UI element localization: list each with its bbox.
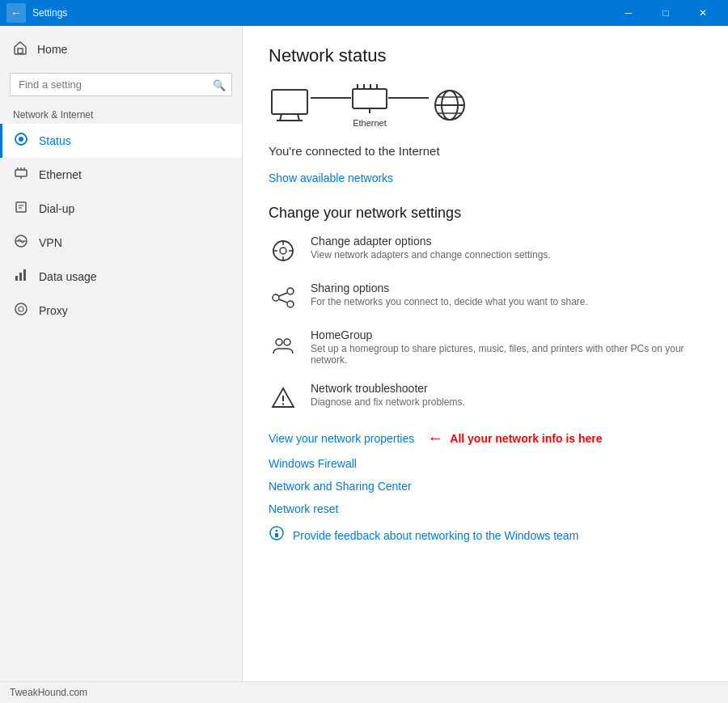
- network-reset-link[interactable]: Network reset: [269, 502, 702, 515]
- sidebar-item-dialup[interactable]: Dial-up: [0, 192, 242, 226]
- home-nav-item[interactable]: Home: [0, 32, 242, 66]
- search-box: 🔍: [10, 73, 232, 96]
- svg-point-48: [282, 403, 284, 404]
- search-icon: 🔍: [213, 78, 226, 91]
- homegroup-icon: [269, 330, 298, 359]
- svg-point-40: [287, 288, 294, 294]
- vpn-icon: [13, 234, 29, 252]
- app-title: Settings: [32, 7, 610, 19]
- home-icon: [13, 40, 28, 58]
- computer-icon: [269, 88, 311, 122]
- footer: TweakHound.com: [0, 681, 728, 703]
- sidebar: Home 🔍 Network & Internet Status Etherne…: [0, 26, 243, 681]
- svg-rect-8: [16, 202, 26, 212]
- svg-line-42: [279, 293, 287, 296]
- links-section: Windows FirewallNetwork and Sharing Cent…: [269, 457, 702, 515]
- ethernet-label: Ethernet: [353, 118, 387, 128]
- network-diagram: Ethernet: [269, 83, 702, 128]
- sidebar-item-status[interactable]: Status: [0, 124, 242, 158]
- sharing-center-link[interactable]: Network and Sharing Center: [269, 480, 702, 493]
- sharing-icon: [269, 283, 298, 312]
- svg-rect-14: [19, 273, 22, 281]
- nav-label-data-usage: Data usage: [39, 270, 97, 283]
- show-networks-link[interactable]: Show available networks: [269, 172, 393, 184]
- search-input[interactable]: [10, 73, 232, 96]
- svg-line-43: [279, 299, 287, 303]
- maximize-button[interactable]: □: [647, 0, 684, 26]
- windows-firewall-link[interactable]: Windows Firewall: [269, 457, 702, 470]
- nav-label-status: Status: [39, 134, 71, 147]
- dialup-icon: [13, 200, 29, 218]
- annotation: ← All your network info is here: [427, 429, 602, 447]
- globe-icon: [429, 88, 471, 122]
- page-title: Network status: [269, 45, 702, 66]
- annotation-text: All your network info is here: [450, 432, 602, 445]
- sidebar-item-proxy[interactable]: Proxy: [0, 294, 242, 328]
- svg-point-2: [19, 137, 23, 142]
- sharing-desc: For the networks you connect to, decide …: [311, 296, 588, 307]
- svg-rect-3: [15, 170, 27, 176]
- svg-line-19: [280, 114, 281, 121]
- settings-items: Change adapter options View network adap…: [269, 235, 702, 413]
- sharing-title: Sharing options: [311, 282, 588, 294]
- change-settings-title: Change your network settings: [269, 205, 702, 222]
- nav-label-vpn: VPN: [39, 236, 62, 249]
- svg-point-34: [280, 248, 286, 254]
- svg-point-50: [276, 530, 278, 532]
- app-body: Home 🔍 Network & Internet Status Etherne…: [0, 26, 728, 681]
- svg-point-17: [19, 307, 23, 311]
- data-usage-icon: [13, 268, 29, 286]
- sidebar-item-vpn[interactable]: VPN: [0, 226, 242, 260]
- troubleshooter-desc: Diagnose and fix network problems.: [311, 396, 465, 408]
- ethernet-icon-diag: Ethernet: [351, 83, 388, 128]
- diag-line-2: [388, 97, 429, 99]
- feedback-link[interactable]: Provide feedback about networking to the…: [293, 529, 578, 542]
- troubleshooter-icon: [269, 383, 298, 413]
- minimize-button[interactable]: ─: [610, 0, 647, 26]
- close-button[interactable]: ✕: [684, 0, 722, 26]
- svg-point-39: [273, 294, 279, 301]
- adapter-desc: View network adapters and change connect…: [311, 249, 551, 260]
- feedback-item: Provide feedback about networking to the…: [269, 525, 702, 545]
- svg-point-16: [15, 303, 27, 315]
- footer-text: TweakHound.com: [10, 687, 87, 698]
- nav-label-proxy: Proxy: [39, 304, 68, 317]
- main-panel: Network status: [243, 26, 728, 681]
- svg-rect-22: [353, 89, 387, 108]
- nav-label-ethernet: Ethernet: [39, 168, 82, 181]
- svg-rect-13: [15, 276, 18, 281]
- homegroup-desc: Set up a homegroup to share pictures, mu…: [311, 343, 702, 366]
- svg-rect-18: [272, 90, 307, 114]
- section-title: Network & Internet: [0, 103, 242, 124]
- back-button[interactable]: ←: [6, 3, 26, 23]
- svg-rect-0: [18, 49, 23, 53]
- settings-item-homegroup[interactable]: HomeGroup Set up a homegroup to share pi…: [269, 328, 702, 366]
- network-props-link[interactable]: View your network properties: [269, 432, 414, 445]
- proxy-icon: [13, 302, 29, 320]
- settings-item-troubleshooter[interactable]: Network troubleshooter Diagnose and fix …: [269, 382, 702, 413]
- nav-items: Status Ethernet Dial-up VPN Data usage P…: [0, 124, 242, 328]
- nav-label-dialup: Dial-up: [39, 202, 74, 215]
- svg-rect-15: [23, 269, 26, 281]
- settings-item-sharing[interactable]: Sharing options For the networks you con…: [269, 282, 702, 312]
- svg-point-41: [287, 301, 294, 307]
- network-props-row: View your network properties ← All your …: [269, 429, 702, 447]
- connected-text: You're connected to the Internet: [269, 144, 702, 158]
- adapter-icon: [269, 236, 298, 265]
- ethernet-icon: [13, 166, 29, 184]
- settings-item-adapter[interactable]: Change adapter options View network adap…: [269, 235, 702, 265]
- feedback-icon: [269, 525, 285, 545]
- home-label: Home: [37, 43, 67, 56]
- svg-line-20: [298, 114, 299, 121]
- status-icon: [13, 132, 29, 150]
- svg-point-45: [284, 339, 290, 345]
- window-controls: ─ □ ✕: [610, 0, 722, 26]
- diag-line-1: [311, 97, 351, 99]
- annotation-arrow: ←: [427, 429, 443, 447]
- sidebar-item-data-usage[interactable]: Data usage: [0, 260, 242, 294]
- svg-point-44: [276, 339, 282, 345]
- troubleshooter-title: Network troubleshooter: [311, 382, 465, 395]
- homegroup-title: HomeGroup: [311, 328, 702, 341]
- sidebar-item-ethernet[interactable]: Ethernet: [0, 158, 242, 192]
- titlebar: ← Settings ─ □ ✕: [0, 0, 728, 26]
